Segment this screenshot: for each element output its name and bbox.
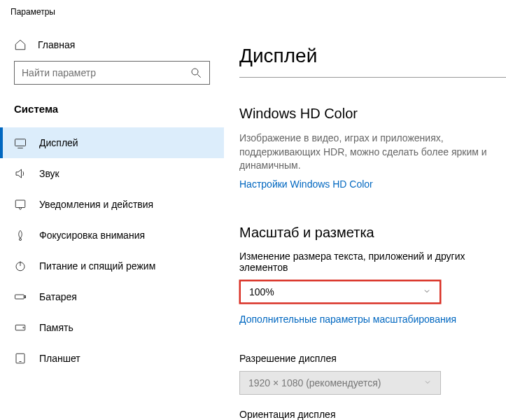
chevron-down-icon — [423, 377, 432, 388]
sidebar-category: Система — [0, 99, 224, 127]
chevron-down-icon — [423, 286, 431, 298]
nav-item-storage[interactable]: Память — [0, 312, 224, 343]
resolution-label: Разрешение дисплея — [239, 353, 506, 364]
scale-label: Изменение размера текста, приложений и д… — [239, 251, 506, 273]
nav-item-label: Дисплей — [39, 137, 78, 148]
svg-rect-9 — [24, 296, 26, 298]
nav-item-display[interactable]: Дисплей — [0, 127, 224, 158]
search-icon — [190, 66, 202, 79]
nav-item-focus[interactable]: Фокусировка внимания — [0, 220, 224, 251]
scale-select[interactable]: 100% — [239, 280, 441, 304]
home-icon — [14, 38, 27, 51]
hd-color-description: Изображение в видео, играх и приложениях… — [239, 132, 506, 173]
nav-item-sound[interactable]: Звук — [0, 158, 224, 189]
nav-home[interactable]: Главная — [0, 33, 224, 61]
content-area: Дисплей Windows HD Color Изображение в в… — [224, 22, 506, 420]
svg-line-1 — [197, 74, 201, 78]
nav-item-notifications[interactable]: Уведомления и действия — [0, 189, 224, 220]
svg-point-5 — [20, 239, 22, 241]
nav-item-label: Звук — [39, 168, 59, 179]
storage-icon — [14, 321, 27, 334]
nav-item-label: Уведомления и действия — [39, 199, 153, 210]
nav-item-label: Батарея — [39, 291, 77, 302]
search-box[interactable] — [14, 61, 210, 85]
resolution-select[interactable]: 1920 × 1080 (рекомендуется) — [239, 371, 441, 395]
tablet-icon — [14, 352, 27, 365]
battery-icon — [14, 290, 27, 303]
focus-icon — [14, 229, 27, 241]
svg-point-0 — [192, 69, 198, 75]
notification-icon — [14, 198, 27, 211]
nav-item-label: Память — [39, 322, 73, 333]
scale-value: 100% — [249, 286, 274, 298]
scale-section-title: Масштаб и разметка — [239, 225, 506, 241]
nav-item-label: Планшет — [39, 353, 80, 364]
sidebar: Главная Система Дисплей Звук — [0, 22, 224, 420]
nav-item-label: Фокусировка внимания — [39, 230, 145, 241]
svg-rect-10 — [15, 325, 25, 330]
nav-home-label: Главная — [38, 39, 75, 50]
resolution-value: 1920 × 1080 (рекомендуется) — [248, 377, 381, 388]
sound-icon — [14, 167, 27, 180]
page-title: Дисплей — [239, 45, 506, 78]
display-icon — [14, 136, 27, 149]
hd-color-link[interactable]: Настройки Windows HD Color — [239, 178, 373, 190]
hd-color-title: Windows HD Color — [239, 106, 506, 122]
advanced-scaling-link[interactable]: Дополнительные параметры масштабирования — [239, 314, 456, 325]
power-icon — [14, 260, 27, 272]
svg-point-11 — [23, 327, 24, 328]
window-title: Параметры — [0, 0, 506, 22]
svg-rect-8 — [15, 295, 24, 299]
nav-item-battery[interactable]: Батарея — [0, 281, 224, 312]
nav-item-power[interactable]: Питание и спящий режим — [0, 251, 224, 281]
nav-item-tablet[interactable]: Планшет — [0, 343, 224, 374]
nav-item-label: Питание и спящий режим — [39, 260, 155, 272]
orientation-label: Ориентация дисплея — [239, 409, 506, 420]
svg-rect-2 — [15, 139, 26, 146]
search-input[interactable] — [22, 67, 190, 78]
svg-rect-4 — [15, 200, 25, 208]
